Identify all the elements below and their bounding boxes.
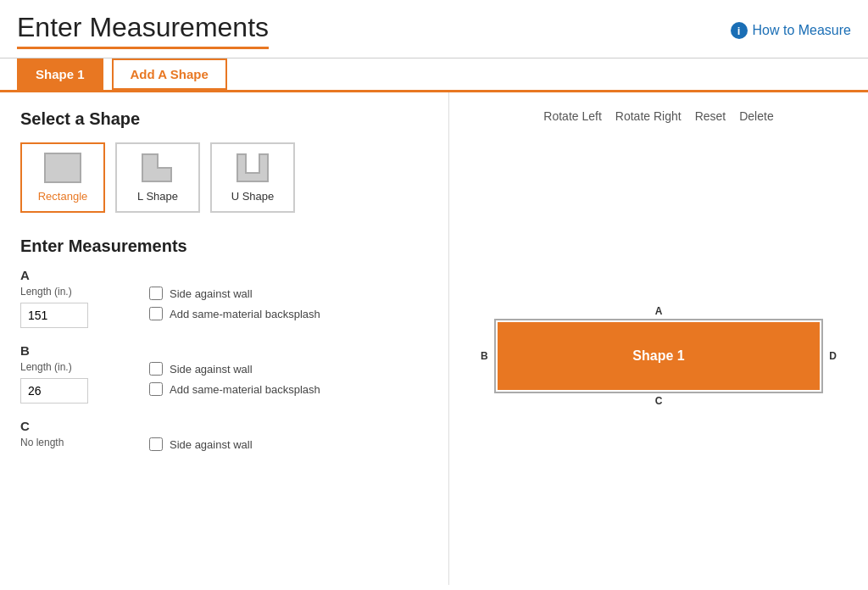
page-title: Enter Measurements xyxy=(17,12,269,49)
checkbox-row-b1[interactable]: Side against wall xyxy=(149,362,320,376)
main-content: Select a Shape Rectangle L Shape xyxy=(0,92,868,585)
checkboxes-a: Side against wall Add same-material back… xyxy=(149,268,320,320)
measurement-row-a: A Length (in.) Side against wall Add sam… xyxy=(20,268,428,328)
shape-fill: Shape 1 xyxy=(498,322,820,390)
checkbox-row-a2[interactable]: Add same-material backsplash xyxy=(149,307,320,320)
rectangle-icon xyxy=(44,153,81,183)
how-to-measure-label: How to Measure xyxy=(753,23,852,38)
checkboxes-b: Side against wall Add same-material back… xyxy=(149,343,320,396)
toolbar-row: Rotate Left Rotate Right Reset Delete xyxy=(470,106,848,126)
dim-label-d: D xyxy=(829,350,837,362)
checkbox-c-wall-label: Side against wall xyxy=(170,438,253,451)
meas-sub-b: Length (in.) xyxy=(20,361,72,373)
meas-sub-c: No length xyxy=(20,437,64,448)
dim-label-c: C xyxy=(655,395,663,407)
meas-col-b: B Length (in.) xyxy=(20,343,139,404)
meas-input-a[interactable] xyxy=(20,303,88,328)
shape-option-lshape[interactable]: L Shape xyxy=(115,142,200,213)
meas-col-a: A Length (in.) xyxy=(20,268,139,328)
meas-input-b[interactable] xyxy=(20,378,88,404)
rotate-left-button[interactable]: Rotate Left xyxy=(537,106,609,126)
tab-shape1[interactable]: Shape 1 xyxy=(17,58,103,90)
checkbox-b-wall[interactable] xyxy=(149,362,163,376)
reset-button[interactable]: Reset xyxy=(688,106,733,126)
dim-label-b: B xyxy=(481,350,488,362)
measurement-row-b: B Length (in.) Side against wall Add sam… xyxy=(20,343,428,404)
measurements-title: Enter Measurements xyxy=(20,237,428,256)
shape-option-rectangle[interactable]: Rectangle xyxy=(20,142,105,213)
delete-button[interactable]: Delete xyxy=(732,106,780,126)
checkbox-b-backsplash[interactable] xyxy=(149,382,163,396)
checkbox-row-a1[interactable]: Side against wall xyxy=(149,287,320,300)
how-to-measure-link[interactable]: i How to Measure xyxy=(731,22,852,39)
page-header: Enter Measurements i How to Measure xyxy=(0,0,868,58)
lshape-label: L Shape xyxy=(137,190,178,203)
shape-fill-label: Shape 1 xyxy=(632,348,684,364)
checkbox-row-c1[interactable]: Side against wall xyxy=(149,437,253,451)
right-panel: Rotate Left Rotate Right Reset Delete Sh… xyxy=(449,92,868,585)
shape-option-ushape[interactable]: U Shape xyxy=(210,142,295,213)
measurement-row-c: C No length Side against wall xyxy=(20,419,428,454)
left-panel: Select a Shape Rectangle L Shape xyxy=(0,92,449,585)
checkbox-a-wall[interactable] xyxy=(149,287,163,300)
select-shape-section: Select a Shape Rectangle L Shape xyxy=(20,109,428,213)
checkbox-row-b2[interactable]: Add same-material backsplash xyxy=(149,382,320,396)
checkboxes-c: Side against wall xyxy=(149,419,253,451)
info-icon: i xyxy=(731,22,748,39)
meas-col-c: C No length xyxy=(20,419,139,454)
rotate-right-button[interactable]: Rotate Right xyxy=(609,106,688,126)
lshape-icon xyxy=(139,153,176,183)
checkbox-b-wall-label: Side against wall xyxy=(170,363,253,376)
shape-preview-area: Shape 1 A B C D xyxy=(470,140,848,571)
measurements-section: Enter Measurements A Length (in.) Side a… xyxy=(20,237,428,454)
checkbox-a-backsplash[interactable] xyxy=(149,307,163,320)
checkbox-c-wall[interactable] xyxy=(149,437,163,451)
svg-marker-1 xyxy=(237,154,268,181)
tabs-bar: Shape 1 Add A Shape xyxy=(0,58,868,92)
meas-letter-b: B xyxy=(20,343,30,358)
checkbox-a-wall-label: Side against wall xyxy=(170,287,253,300)
shape-diagram: Shape 1 A B C D xyxy=(481,305,837,407)
meas-sub-a: Length (in.) xyxy=(20,286,72,298)
shape-options: Rectangle L Shape xyxy=(20,142,428,213)
meas-letter-c: C xyxy=(20,419,30,433)
checkbox-b-backsplash-label: Add same-material backsplash xyxy=(170,383,320,396)
rectangle-label: Rectangle xyxy=(38,190,88,203)
tab-add-shape[interactable]: Add A Shape xyxy=(112,58,227,90)
dim-label-a: A xyxy=(655,305,663,317)
select-shape-title: Select a Shape xyxy=(20,109,428,129)
ushape-label: U Shape xyxy=(231,190,275,203)
meas-letter-a: A xyxy=(20,268,30,282)
checkbox-a-backsplash-label: Add same-material backsplash xyxy=(170,308,320,320)
ushape-icon xyxy=(234,153,271,183)
svg-marker-0 xyxy=(142,154,171,181)
